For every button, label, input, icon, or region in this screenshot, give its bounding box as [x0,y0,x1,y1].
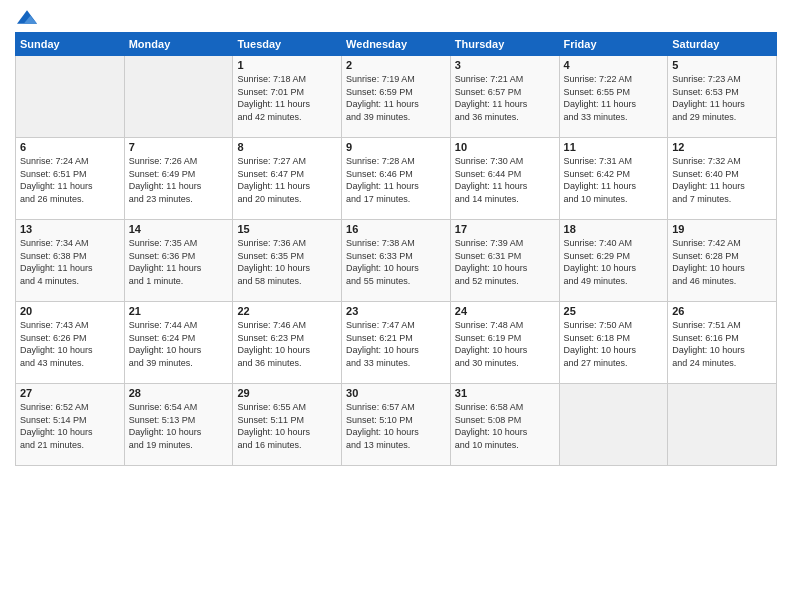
calendar-cell: 23Sunrise: 7:47 AM Sunset: 6:21 PM Dayli… [342,302,451,384]
day-info: Sunrise: 7:36 AM Sunset: 6:35 PM Dayligh… [237,237,337,287]
calendar-cell [16,56,125,138]
day-info: Sunrise: 6:55 AM Sunset: 5:11 PM Dayligh… [237,401,337,451]
day-info: Sunrise: 7:40 AM Sunset: 6:29 PM Dayligh… [564,237,664,287]
day-info: Sunrise: 7:48 AM Sunset: 6:19 PM Dayligh… [455,319,555,369]
calendar-cell: 6Sunrise: 7:24 AM Sunset: 6:51 PM Daylig… [16,138,125,220]
day-number: 15 [237,223,337,235]
day-info: Sunrise: 6:57 AM Sunset: 5:10 PM Dayligh… [346,401,446,451]
calendar-cell: 22Sunrise: 7:46 AM Sunset: 6:23 PM Dayli… [233,302,342,384]
calendar-cell: 13Sunrise: 7:34 AM Sunset: 6:38 PM Dayli… [16,220,125,302]
day-number: 21 [129,305,229,317]
day-info: Sunrise: 7:35 AM Sunset: 6:36 PM Dayligh… [129,237,229,287]
day-info: Sunrise: 7:47 AM Sunset: 6:21 PM Dayligh… [346,319,446,369]
day-number: 23 [346,305,446,317]
calendar-cell: 10Sunrise: 7:30 AM Sunset: 6:44 PM Dayli… [450,138,559,220]
calendar-cell: 9Sunrise: 7:28 AM Sunset: 6:46 PM Daylig… [342,138,451,220]
day-number: 26 [672,305,772,317]
day-number: 24 [455,305,555,317]
calendar-cell: 12Sunrise: 7:32 AM Sunset: 6:40 PM Dayli… [668,138,777,220]
day-number: 29 [237,387,337,399]
day-number: 16 [346,223,446,235]
calendar-cell: 19Sunrise: 7:42 AM Sunset: 6:28 PM Dayli… [668,220,777,302]
day-number: 7 [129,141,229,153]
logo [15,10,37,24]
calendar-cell: 14Sunrise: 7:35 AM Sunset: 6:36 PM Dayli… [124,220,233,302]
day-number: 17 [455,223,555,235]
calendar-cell: 24Sunrise: 7:48 AM Sunset: 6:19 PM Dayli… [450,302,559,384]
calendar-cell [559,384,668,466]
day-number: 19 [672,223,772,235]
header-saturday: Saturday [668,33,777,56]
day-number: 18 [564,223,664,235]
day-info: Sunrise: 6:58 AM Sunset: 5:08 PM Dayligh… [455,401,555,451]
day-info: Sunrise: 7:21 AM Sunset: 6:57 PM Dayligh… [455,73,555,123]
header-tuesday: Tuesday [233,33,342,56]
calendar-cell: 7Sunrise: 7:26 AM Sunset: 6:49 PM Daylig… [124,138,233,220]
day-info: Sunrise: 7:26 AM Sunset: 6:49 PM Dayligh… [129,155,229,205]
day-number: 9 [346,141,446,153]
day-number: 27 [20,387,120,399]
calendar-cell [668,384,777,466]
day-number: 5 [672,59,772,71]
calendar-cell: 8Sunrise: 7:27 AM Sunset: 6:47 PM Daylig… [233,138,342,220]
day-number: 14 [129,223,229,235]
calendar-table: SundayMondayTuesdayWednesdayThursdayFrid… [15,32,777,466]
day-info: Sunrise: 7:39 AM Sunset: 6:31 PM Dayligh… [455,237,555,287]
week-row-1: 6Sunrise: 7:24 AM Sunset: 6:51 PM Daylig… [16,138,777,220]
calendar-cell: 28Sunrise: 6:54 AM Sunset: 5:13 PM Dayli… [124,384,233,466]
day-number: 28 [129,387,229,399]
day-info: Sunrise: 7:22 AM Sunset: 6:55 PM Dayligh… [564,73,664,123]
day-info: Sunrise: 7:34 AM Sunset: 6:38 PM Dayligh… [20,237,120,287]
day-number: 25 [564,305,664,317]
calendar-cell: 20Sunrise: 7:43 AM Sunset: 6:26 PM Dayli… [16,302,125,384]
day-info: Sunrise: 6:52 AM Sunset: 5:14 PM Dayligh… [20,401,120,451]
calendar-header-row: SundayMondayTuesdayWednesdayThursdayFrid… [16,33,777,56]
header-friday: Friday [559,33,668,56]
header-wednesday: Wednesday [342,33,451,56]
day-info: Sunrise: 7:38 AM Sunset: 6:33 PM Dayligh… [346,237,446,287]
day-info: Sunrise: 7:44 AM Sunset: 6:24 PM Dayligh… [129,319,229,369]
calendar-cell: 2Sunrise: 7:19 AM Sunset: 6:59 PM Daylig… [342,56,451,138]
day-number: 30 [346,387,446,399]
day-info: Sunrise: 7:19 AM Sunset: 6:59 PM Dayligh… [346,73,446,123]
calendar-cell: 21Sunrise: 7:44 AM Sunset: 6:24 PM Dayli… [124,302,233,384]
day-info: Sunrise: 7:31 AM Sunset: 6:42 PM Dayligh… [564,155,664,205]
page: SundayMondayTuesdayWednesdayThursdayFrid… [0,0,792,612]
day-number: 31 [455,387,555,399]
calendar-cell: 15Sunrise: 7:36 AM Sunset: 6:35 PM Dayli… [233,220,342,302]
day-info: Sunrise: 7:42 AM Sunset: 6:28 PM Dayligh… [672,237,772,287]
day-number: 8 [237,141,337,153]
week-row-2: 13Sunrise: 7:34 AM Sunset: 6:38 PM Dayli… [16,220,777,302]
header-monday: Monday [124,33,233,56]
calendar-cell: 30Sunrise: 6:57 AM Sunset: 5:10 PM Dayli… [342,384,451,466]
week-row-0: 1Sunrise: 7:18 AM Sunset: 7:01 PM Daylig… [16,56,777,138]
day-info: Sunrise: 7:24 AM Sunset: 6:51 PM Dayligh… [20,155,120,205]
calendar-cell: 25Sunrise: 7:50 AM Sunset: 6:18 PM Dayli… [559,302,668,384]
day-number: 2 [346,59,446,71]
day-number: 13 [20,223,120,235]
calendar-cell: 16Sunrise: 7:38 AM Sunset: 6:33 PM Dayli… [342,220,451,302]
day-info: Sunrise: 7:23 AM Sunset: 6:53 PM Dayligh… [672,73,772,123]
calendar-cell: 29Sunrise: 6:55 AM Sunset: 5:11 PM Dayli… [233,384,342,466]
calendar-cell: 18Sunrise: 7:40 AM Sunset: 6:29 PM Dayli… [559,220,668,302]
day-info: Sunrise: 6:54 AM Sunset: 5:13 PM Dayligh… [129,401,229,451]
week-row-4: 27Sunrise: 6:52 AM Sunset: 5:14 PM Dayli… [16,384,777,466]
day-info: Sunrise: 7:30 AM Sunset: 6:44 PM Dayligh… [455,155,555,205]
calendar-cell [124,56,233,138]
day-info: Sunrise: 7:32 AM Sunset: 6:40 PM Dayligh… [672,155,772,205]
header-thursday: Thursday [450,33,559,56]
calendar-cell: 5Sunrise: 7:23 AM Sunset: 6:53 PM Daylig… [668,56,777,138]
day-number: 12 [672,141,772,153]
calendar-cell: 4Sunrise: 7:22 AM Sunset: 6:55 PM Daylig… [559,56,668,138]
header-sunday: Sunday [16,33,125,56]
day-number: 20 [20,305,120,317]
calendar-cell: 3Sunrise: 7:21 AM Sunset: 6:57 PM Daylig… [450,56,559,138]
calendar-cell: 26Sunrise: 7:51 AM Sunset: 6:16 PM Dayli… [668,302,777,384]
day-number: 1 [237,59,337,71]
calendar-cell: 27Sunrise: 6:52 AM Sunset: 5:14 PM Dayli… [16,384,125,466]
calendar-cell: 11Sunrise: 7:31 AM Sunset: 6:42 PM Dayli… [559,138,668,220]
day-number: 6 [20,141,120,153]
day-info: Sunrise: 7:18 AM Sunset: 7:01 PM Dayligh… [237,73,337,123]
day-info: Sunrise: 7:46 AM Sunset: 6:23 PM Dayligh… [237,319,337,369]
day-number: 10 [455,141,555,153]
